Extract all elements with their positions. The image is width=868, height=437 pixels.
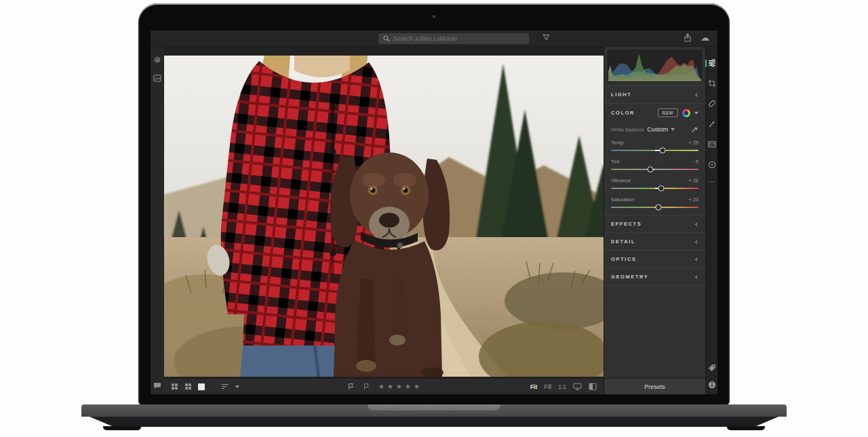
chevron-left-icon: [695, 93, 699, 97]
saturation-slider-knob[interactable]: [655, 205, 661, 211]
photo-canvas[interactable]: [164, 47, 604, 378]
star-icon[interactable]: ★: [405, 383, 412, 390]
saturation-slider-label: Saturation: [611, 196, 634, 203]
info-icon[interactable]: [708, 381, 716, 389]
section-geometry[interactable]: GEOMETRY: [604, 268, 705, 285]
section-effects[interactable]: EFFECTS: [604, 215, 705, 232]
comments-icon[interactable]: [153, 382, 161, 390]
tint-slider-track[interactable]: [611, 169, 698, 170]
brush-icon[interactable]: [708, 120, 716, 128]
main-area: ⊕: [151, 47, 717, 394]
vibrance-slider-label: Vibrance: [611, 178, 631, 184]
full-screen-icon[interactable]: [573, 383, 582, 390]
grid-view-icon[interactable]: [171, 383, 178, 390]
add-photos-icon[interactable]: ⊕: [154, 56, 161, 64]
chevron-left-icon: [695, 240, 699, 244]
before-after-icon[interactable]: [589, 383, 597, 390]
center-column: ★★★★★ Fit Fill 1:1: [164, 47, 604, 394]
cloud-sync-icon[interactable]: ☁: [701, 33, 709, 42]
temp-slider-label: Temp: [611, 140, 623, 146]
eyedropper-icon[interactable]: [691, 126, 698, 133]
saturation-slider: Saturation + 23: [604, 194, 705, 215]
sort-chevron-down-icon[interactable]: [235, 386, 239, 388]
photo-dog: [330, 152, 450, 377]
white-balance-dropdown[interactable]: Custom: [647, 126, 675, 133]
vibrance-slider-track[interactable]: [611, 188, 698, 189]
star-rating[interactable]: ★★★★★: [378, 383, 420, 390]
vibrance-slider-value: + 26: [688, 178, 698, 184]
color-mixer-wheel-icon[interactable]: [682, 109, 690, 117]
webcam-dot: [433, 15, 436, 18]
filter-funnel-icon[interactable]: [542, 34, 550, 41]
star-icon[interactable]: ★: [378, 383, 385, 390]
section-color[interactable]: COLOR B&W: [604, 103, 705, 122]
chevron-left-icon: [695, 275, 699, 279]
chevron-down-icon: [671, 128, 675, 131]
section-optics-label: OPTICS: [611, 256, 637, 262]
view-mode-group: [171, 383, 239, 390]
search-icon: [383, 35, 390, 42]
linear-gradient-icon[interactable]: [708, 140, 716, 148]
edit-panel: LIGHT COLOR B&W White Balance Custom: [604, 47, 705, 394]
topbar-right-group: ☁: [684, 33, 709, 42]
top-bar: ☁: [151, 30, 717, 47]
white-balance-label: White Balance: [611, 127, 644, 133]
share-icon[interactable]: [684, 33, 692, 42]
vibrance-slider-knob[interactable]: [658, 186, 664, 192]
laptop-base: [81, 404, 787, 417]
section-geometry-label: GEOMETRY: [611, 274, 648, 280]
active-tool-indicator: [705, 60, 707, 67]
temp-slider: Temp + 25: [604, 137, 705, 156]
section-detail-label: DETAIL: [611, 238, 635, 245]
my-photos-icon[interactable]: [153, 75, 161, 82]
temp-slider-knob[interactable]: [660, 148, 666, 154]
keywords-tag-icon[interactable]: [708, 364, 716, 372]
saturation-slider-track[interactable]: [611, 207, 698, 208]
radial-gradient-icon[interactable]: [708, 161, 716, 169]
reject-flag-icon[interactable]: [363, 383, 370, 390]
sort-icon[interactable]: [221, 383, 229, 390]
tint-slider: Tint - 5: [604, 156, 705, 175]
zoom-controls: Fit Fill 1:1: [530, 383, 597, 390]
tint-slider-knob[interactable]: [648, 167, 654, 173]
tint-slider-label: Tint: [611, 159, 619, 165]
star-icon[interactable]: ★: [387, 383, 394, 390]
histogram[interactable]: [608, 50, 702, 82]
pick-flag-icon[interactable]: [347, 383, 355, 390]
crop-icon[interactable]: [708, 79, 716, 87]
temp-slider-value: + 25: [688, 140, 698, 146]
section-light-label: LIGHT: [611, 91, 632, 98]
white-balance-row: White Balance Custom: [604, 122, 705, 137]
saturation-slider-value: + 23: [688, 196, 698, 203]
section-effects-label: EFFECTS: [611, 221, 642, 227]
star-icon[interactable]: ★: [414, 383, 420, 390]
bottom-toolbar: ★★★★★ Fit Fill 1:1: [164, 378, 604, 394]
flag-rating-group: ★★★★★: [347, 383, 420, 390]
search-field[interactable]: [378, 33, 529, 44]
search-input[interactable]: [393, 35, 524, 42]
chevron-down-icon: [694, 112, 698, 115]
more-tools-icon[interactable]: ⋯: [708, 181, 715, 184]
section-optics[interactable]: OPTICS: [604, 250, 705, 268]
left-rail: ⊕: [151, 47, 164, 394]
detail-view-icon[interactable]: [198, 383, 205, 390]
tint-slider-value: - 5: [692, 159, 698, 165]
zoom-1to1-button[interactable]: 1:1: [558, 383, 566, 390]
section-light[interactable]: LIGHT: [604, 85, 705, 103]
laptop-foot-right: [727, 426, 765, 430]
zoom-fit-button[interactable]: Fit: [530, 383, 537, 390]
star-icon[interactable]: ★: [396, 383, 403, 390]
lightroom-app-window: ☁ ⊕: [151, 30, 717, 394]
square-grid-view-icon[interactable]: [184, 383, 192, 390]
healing-brush-icon[interactable]: [708, 100, 716, 108]
chevron-left-icon: [695, 222, 699, 226]
presets-button[interactable]: Presets: [604, 378, 705, 394]
vibrance-slider: Vibrance + 26: [604, 175, 705, 194]
edit-sliders-icon[interactable]: [708, 59, 716, 67]
section-detail[interactable]: DETAIL: [604, 232, 705, 250]
zoom-fill-button[interactable]: Fill: [544, 383, 551, 390]
chevron-left-icon: [695, 257, 699, 262]
bw-toggle-button[interactable]: B&W: [658, 108, 678, 117]
laptop-base-bottom: [90, 417, 778, 427]
temp-slider-track[interactable]: [611, 150, 698, 151]
